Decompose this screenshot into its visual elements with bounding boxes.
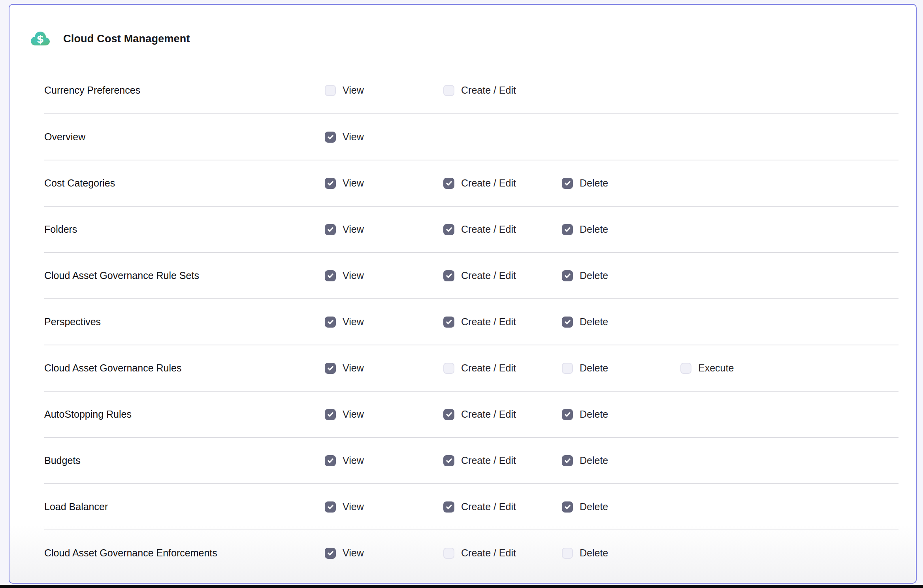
permission-delete: Delete — [562, 409, 680, 420]
permission-view: View — [325, 85, 443, 96]
permission-create-edit: Create / Edit — [443, 547, 562, 559]
delete-checkbox-unchecked[interactable] — [562, 363, 573, 374]
delete-checkbox-checked[interactable] — [562, 501, 573, 513]
permission-label[interactable]: Delete — [580, 177, 608, 189]
permission-label[interactable]: Create / Edit — [461, 224, 516, 235]
permission-label[interactable]: Delete — [580, 362, 608, 374]
permission-label[interactable]: Create / Edit — [461, 547, 516, 559]
delete-checkbox-unchecked[interactable] — [562, 548, 573, 559]
create-edit-checkbox-checked[interactable] — [443, 317, 454, 328]
view-checkbox-checked[interactable] — [325, 317, 336, 328]
permission-label[interactable]: Create / Edit — [461, 362, 516, 374]
permission-label[interactable]: Delete — [580, 455, 608, 466]
permission-label[interactable]: Create / Edit — [461, 409, 516, 420]
permission-row: Load BalancerViewCreate / EditDelete — [44, 483, 899, 530]
resource-name: Load Balancer — [44, 501, 325, 513]
permission-label[interactable]: Execute — [698, 362, 734, 374]
permission-label[interactable]: Delete — [580, 270, 608, 281]
delete-checkbox-checked[interactable] — [562, 317, 573, 328]
permission-label[interactable]: Create / Edit — [461, 85, 516, 96]
resource-name: Overview — [44, 131, 325, 143]
permission-label[interactable]: Delete — [580, 409, 608, 420]
permission-delete: Delete — [562, 177, 680, 189]
create-edit-checkbox-unchecked[interactable] — [443, 548, 454, 559]
permission-create-edit: Create / Edit — [443, 455, 562, 466]
permission-view: View — [325, 501, 443, 513]
permission-label[interactable]: Delete — [580, 316, 608, 328]
delete-checkbox-checked[interactable] — [562, 455, 573, 466]
permission-create-edit: Create / Edit — [443, 362, 562, 374]
permission-label[interactable]: View — [343, 501, 364, 513]
permission-view: View — [325, 131, 443, 143]
cloud-dollar-icon: $ — [30, 30, 51, 47]
create-edit-checkbox-unchecked[interactable] — [443, 363, 454, 374]
delete-checkbox-checked[interactable] — [562, 270, 573, 281]
permission-label[interactable]: View — [343, 85, 364, 96]
permission-label[interactable]: Create / Edit — [461, 455, 516, 466]
resource-name: Currency Preferences — [44, 85, 325, 96]
permission-label[interactable]: Create / Edit — [461, 177, 516, 189]
section-title: Cloud Cost Management — [63, 33, 190, 45]
permission-delete: Delete — [562, 547, 680, 559]
resource-name: Folders — [44, 224, 325, 235]
permission-label[interactable]: View — [343, 270, 364, 281]
create-edit-checkbox-checked[interactable] — [443, 501, 454, 513]
permission-row: Currency PreferencesViewCreate / Edit — [44, 67, 899, 113]
permission-label[interactable]: Delete — [580, 224, 608, 235]
view-checkbox-unchecked[interactable] — [325, 85, 336, 96]
create-edit-checkbox-checked[interactable] — [443, 224, 454, 235]
delete-checkbox-checked[interactable] — [562, 409, 573, 420]
permission-row: Cloud Asset Governance Rule SetsViewCrea… — [44, 252, 899, 298]
permission-view: View — [325, 316, 443, 328]
permission-label[interactable]: View — [343, 547, 364, 559]
view-checkbox-checked[interactable] — [325, 455, 336, 466]
permission-label[interactable]: Delete — [580, 547, 608, 559]
view-checkbox-checked[interactable] — [325, 132, 336, 143]
view-checkbox-checked[interactable] — [325, 363, 336, 374]
permission-label[interactable]: View — [343, 131, 364, 143]
permission-row: Cost CategoriesViewCreate / EditDelete — [44, 160, 899, 206]
clipped-footer-bar — [0, 585, 923, 588]
permission-label[interactable]: Create / Edit — [461, 270, 516, 281]
create-edit-checkbox-unchecked[interactable] — [443, 85, 454, 96]
create-edit-checkbox-checked[interactable] — [443, 409, 454, 420]
permission-create-edit: Create / Edit — [443, 177, 562, 189]
resource-name: Budgets — [44, 455, 325, 466]
permission-label[interactable]: View — [343, 316, 364, 328]
create-edit-checkbox-checked[interactable] — [443, 455, 454, 466]
permission-create-edit: Create / Edit — [443, 270, 562, 281]
resource-name: Cloud Asset Governance Enforcements — [44, 547, 325, 559]
create-edit-checkbox-checked[interactable] — [443, 270, 454, 281]
permission-label[interactable]: View — [343, 455, 364, 466]
view-checkbox-checked[interactable] — [325, 178, 336, 189]
permissions-list: Currency PreferencesViewCreate / EditOve… — [44, 67, 899, 576]
view-checkbox-checked[interactable] — [325, 501, 336, 513]
permission-view: View — [325, 547, 443, 559]
permission-label[interactable]: Create / Edit — [461, 501, 516, 513]
permission-label[interactable]: View — [343, 177, 364, 189]
permission-view: View — [325, 270, 443, 281]
view-checkbox-checked[interactable] — [325, 548, 336, 559]
resource-name: Perspectives — [44, 316, 325, 328]
permission-label[interactable]: View — [343, 409, 364, 420]
permission-label[interactable]: View — [343, 362, 364, 374]
resource-name: AutoStopping Rules — [44, 409, 325, 420]
permission-label[interactable]: Delete — [580, 501, 608, 513]
permission-label[interactable]: Create / Edit — [461, 316, 516, 328]
view-checkbox-checked[interactable] — [325, 224, 336, 235]
permission-view: View — [325, 409, 443, 420]
create-edit-checkbox-checked[interactable] — [443, 178, 454, 189]
permission-row: Cloud Asset Governance EnforcementsViewC… — [44, 530, 899, 576]
resource-name: Cloud Asset Governance Rule Sets — [44, 270, 325, 281]
delete-checkbox-checked[interactable] — [562, 178, 573, 189]
permission-row: PerspectivesViewCreate / EditDelete — [44, 298, 899, 345]
permission-create-edit: Create / Edit — [443, 85, 562, 96]
view-checkbox-checked[interactable] — [325, 409, 336, 420]
svg-text:$: $ — [37, 33, 44, 45]
permission-label[interactable]: View — [343, 224, 364, 235]
delete-checkbox-checked[interactable] — [562, 224, 573, 235]
resource-name: Cloud Asset Governance Rules — [44, 362, 325, 374]
permission-view: View — [325, 455, 443, 466]
view-checkbox-checked[interactable] — [325, 270, 336, 281]
execute-checkbox-unchecked[interactable] — [680, 363, 691, 374]
